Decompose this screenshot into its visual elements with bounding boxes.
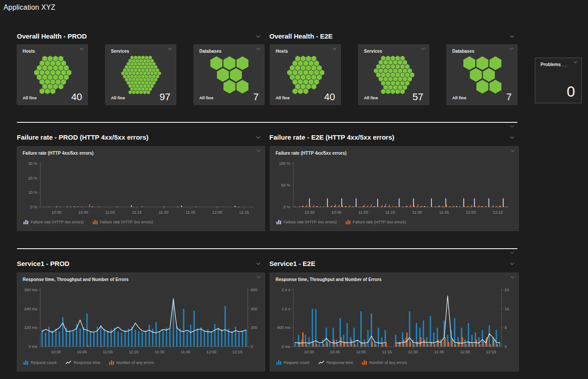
chevron-down-icon[interactable] <box>510 149 515 152</box>
hexagon <box>141 68 145 72</box>
service1-prod-chart[interactable]: 0 ms120 ms240 ms360 ms020040060010:3010:… <box>17 285 264 360</box>
honeycomb-hexagons[interactable] <box>463 56 501 94</box>
hexagon <box>145 62 149 66</box>
hexagon <box>292 79 297 85</box>
honeycomb-hosts[interactable] <box>27 55 79 94</box>
service1-e2e-chart[interactable]: 0 ms800 ms1.6 s2.4 s08162410:3010:4511:0… <box>270 285 518 360</box>
legend-item[interactable]: Failure rate (HTTP 5xx errors) <box>346 220 406 224</box>
hexagon <box>56 70 61 75</box>
hexagon <box>483 68 495 82</box>
health-tile-databases-prod[interactable]: Databases All fine 7 <box>193 44 264 105</box>
chevron-down-icon[interactable] <box>420 47 426 51</box>
hexagon <box>298 88 303 94</box>
hexagon <box>130 68 134 72</box>
chevron-down-icon[interactable] <box>509 125 515 128</box>
chevron-down-icon[interactable] <box>509 47 514 51</box>
honeycomb-hosts[interactable] <box>280 55 331 94</box>
chevron-down-icon[interactable] <box>79 47 84 51</box>
legend-item[interactable]: Request count <box>276 360 309 365</box>
chevron-down-icon[interactable] <box>509 262 515 266</box>
hexagon <box>156 68 159 72</box>
honeycomb-hexagons[interactable] <box>374 56 414 94</box>
hexagon <box>400 56 405 61</box>
legend-item[interactable]: Request count <box>24 360 56 365</box>
hexagon <box>383 60 388 65</box>
failure-rate-prod-tile[interactable]: Failure rate (HTTP 4xx/5xx errors) 0 %10… <box>17 146 265 231</box>
problems-tile[interactable]: Problems 0 <box>535 58 582 103</box>
chevron-down-icon[interactable] <box>256 136 261 139</box>
chevron-down-icon[interactable] <box>256 35 261 38</box>
legend-item[interactable]: Number of any errors <box>362 360 407 365</box>
chevron-down-icon[interactable] <box>256 47 261 51</box>
hexagon <box>42 56 47 62</box>
honeycomb-hexagons[interactable] <box>210 56 249 94</box>
hexagon <box>147 71 150 75</box>
legend-item[interactable]: Number of any errors <box>109 360 154 365</box>
honeycomb-services[interactable] <box>115 55 167 94</box>
health-tile-hosts-e2e[interactable]: Hosts All fine 40 <box>270 44 341 105</box>
hexagon <box>45 79 50 85</box>
chevron-down-icon[interactable] <box>256 262 261 266</box>
hexagon <box>230 68 242 82</box>
svg-text:10:30: 10:30 <box>51 210 62 215</box>
honeycomb-services[interactable] <box>368 55 420 94</box>
health-tile-databases-e2e[interactable]: Databases All fine 7 <box>446 44 517 105</box>
hexagon <box>398 68 403 74</box>
svg-text:12:15: 12:15 <box>493 210 503 215</box>
svg-text:0: 0 <box>251 344 253 349</box>
tile-title: Databases <box>199 49 221 54</box>
tile-title: Problems <box>541 62 561 67</box>
svg-text:800 ms: 800 ms <box>277 325 290 330</box>
svg-text:360 ms: 360 ms <box>24 288 37 292</box>
hexagon <box>383 68 388 74</box>
hexagon <box>383 77 388 82</box>
hexagon <box>149 87 152 91</box>
legend-item[interactable]: Response time <box>318 360 353 365</box>
chevron-down-icon[interactable] <box>332 47 337 51</box>
hexagon <box>138 74 141 78</box>
hexagon <box>53 84 58 90</box>
svg-text:11:45: 11:45 <box>439 210 449 215</box>
hexagon <box>141 87 145 91</box>
health-tile-services-prod[interactable]: Services All fine 97 <box>105 44 176 105</box>
chevron-down-icon[interactable] <box>510 275 515 279</box>
hexagon <box>312 84 316 90</box>
chevron-down-icon[interactable] <box>509 136 515 139</box>
hexagon <box>145 56 149 60</box>
failure-rate-e2e-chart[interactable]: 0 %50 %100 %10:3010:4511:0011:1511:3011:… <box>270 158 518 220</box>
chevron-down-icon[interactable] <box>167 47 173 51</box>
service1-prod-tile[interactable]: Response time, Throughput and Number of … <box>17 273 265 371</box>
legend-item[interactable]: Failure rate (HTTP 5xx errors) <box>93 220 153 224</box>
health-tile-hosts-prod[interactable]: Hosts All fine 40 <box>17 44 88 105</box>
legend-item[interactable]: Response time <box>65 360 100 365</box>
service1-e2e-tile[interactable]: Response time, Throughput and Number of … <box>270 273 519 371</box>
hexagon <box>61 79 66 85</box>
hexagon <box>139 59 143 63</box>
chevron-down-icon[interactable] <box>509 35 515 38</box>
failure-rate-e2e-tile[interactable]: Failure rate (HTTP 4xx/5xx errors) 0 %50… <box>270 146 519 231</box>
legend-item[interactable]: Failure rate (HTTP 4xx errors) <box>276 220 337 224</box>
hexagon <box>154 78 158 82</box>
hexagon <box>56 79 61 85</box>
svg-text:11:15: 11:15 <box>132 210 142 215</box>
honeycomb-hexagons[interactable] <box>287 56 324 94</box>
health-tile-services-e2e[interactable]: Services All fine 57 <box>358 44 429 105</box>
hexagon <box>64 74 69 80</box>
hexagon <box>129 71 132 75</box>
legend-item[interactable]: Failure rate (HTTP 4xx errors) <box>24 220 84 224</box>
legend-label: Request count <box>284 360 309 365</box>
chevron-down-icon[interactable] <box>573 60 578 64</box>
honeycomb-hexagons[interactable] <box>34 56 71 94</box>
hexagon <box>141 81 145 85</box>
hexagon <box>317 65 322 71</box>
honeycomb-databases[interactable] <box>204 55 255 94</box>
chevron-down-icon[interactable] <box>509 251 515 254</box>
failure-rate-prod-chart[interactable]: 0 %10 %20 %30 %10:3010:4511:0011:1511:30… <box>17 158 264 220</box>
honeycomb-databases[interactable] <box>457 55 508 94</box>
svg-text:2.4 s: 2.4 s <box>281 288 290 292</box>
honeycomb-hexagons[interactable] <box>121 56 161 94</box>
chevron-down-icon[interactable] <box>256 275 261 279</box>
problems-count: 0 <box>567 83 575 100</box>
chevron-down-icon[interactable] <box>256 149 261 152</box>
hexagon <box>395 72 400 77</box>
